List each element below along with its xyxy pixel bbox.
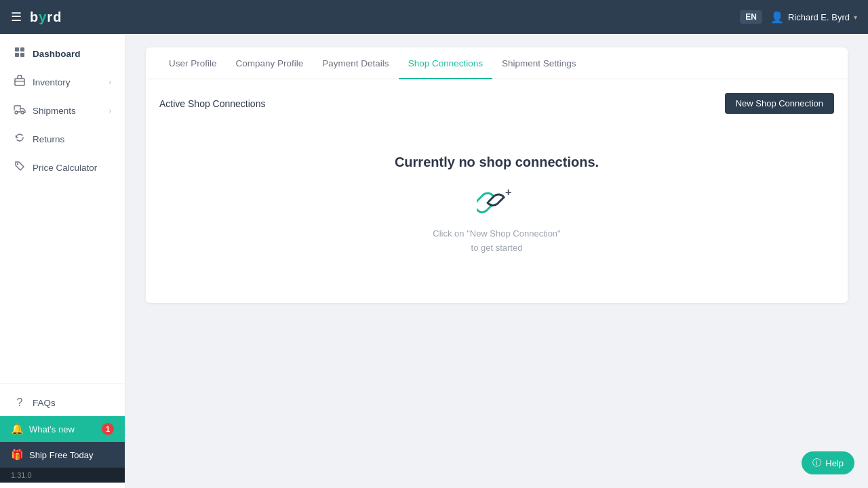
svg-text:+: + (505, 186, 511, 198)
sidebar-item-dashboard[interactable]: Dashboard (0, 39, 125, 68)
sidebar-item-inventory[interactable]: Inventory › (0, 68, 125, 96)
sidebar-footer: ? FAQs (0, 384, 125, 416)
svg-point-7 (21, 111, 24, 114)
svg-point-9 (17, 163, 18, 165)
tab-content-shop-connections: Active Shop Connections New Shop Connect… (146, 79, 848, 303)
sidebar-item-label: Returns (33, 134, 111, 144)
svg-rect-3 (20, 53, 24, 57)
logo: byrd (30, 9, 62, 25)
sidebar: Dashboard Inventory › (0, 34, 125, 488)
shipments-icon (14, 104, 26, 117)
tab-user-profile[interactable]: User Profile (159, 47, 226, 79)
svg-rect-4 (15, 79, 24, 85)
tabs-header: User Profile Company Profile Payment Det… (146, 47, 848, 79)
version-label: 1.31.0 (0, 468, 125, 483)
sidebar-item-label: Dashboard (33, 49, 111, 59)
user-menu[interactable]: 👤 Richard E. Byrd ▾ (770, 11, 857, 24)
language-badge[interactable]: EN (740, 10, 762, 24)
ship-free-label: Ship Free Today (29, 450, 93, 460)
whats-new-label: What's new (29, 424, 96, 434)
ship-free-bar[interactable]: 🎁 Ship Free Today (0, 442, 125, 468)
empty-state-title: Currently no shop connections. (395, 155, 599, 170)
chevron-right-icon: › (109, 79, 111, 86)
tab-shop-connections[interactable]: Shop Connections (399, 47, 492, 79)
content-header: Active Shop Connections New Shop Connect… (159, 93, 834, 114)
returns-icon (14, 132, 26, 146)
hamburger-icon[interactable]: ☰ (11, 9, 22, 24)
tag-icon (14, 161, 26, 174)
svg-rect-1 (20, 47, 24, 52)
sidebar-nav: Dashboard Inventory › (0, 39, 125, 383)
whats-new-bar[interactable]: 🔔 What's new 1 (0, 416, 125, 442)
user-icon: 👤 (770, 11, 784, 24)
sidebar-item-price-calculator[interactable]: Price Calculator (0, 153, 125, 182)
user-name: Richard E. Byrd (788, 12, 850, 22)
tab-payment-details[interactable]: Payment Details (313, 47, 398, 79)
svg-point-6 (15, 111, 18, 114)
sidebar-item-label: Price Calculator (33, 163, 111, 173)
sidebar-item-shipments[interactable]: Shipments › (0, 96, 125, 125)
sidebar-item-faqs[interactable]: ? FAQs (0, 389, 125, 416)
empty-state-icon: + (477, 184, 517, 218)
bell-icon: 🔔 (11, 423, 24, 435)
chevron-down-icon: ▾ (854, 14, 857, 21)
svg-rect-2 (15, 53, 19, 57)
gift-icon: 🎁 (11, 449, 24, 461)
empty-state: Currently no shop connections. + (159, 127, 834, 289)
new-shop-connection-button[interactable]: New Shop Connection (725, 93, 834, 114)
svg-rect-0 (15, 47, 19, 52)
section-title: Active Shop Connections (159, 98, 265, 109)
tab-company-profile[interactable]: Company Profile (226, 47, 313, 79)
navbar-left: ☰ byrd (11, 9, 62, 25)
notification-badge: 1 (102, 423, 114, 435)
box-icon (14, 75, 26, 89)
question-icon: ? (14, 396, 26, 409)
empty-state-subtitle: Click on "New Shop Connection" to get st… (433, 227, 560, 256)
sidebar-item-label: FAQs (33, 398, 111, 408)
tabs-card: User Profile Company Profile Payment Det… (146, 47, 848, 303)
navbar: ☰ byrd EN 👤 Richard E. Byrd ▾ (0, 0, 868, 34)
sidebar-item-returns[interactable]: Returns (0, 125, 125, 153)
help-circle-icon: ⓘ (812, 457, 821, 469)
help-button[interactable]: ⓘ Help (802, 451, 854, 474)
grid-icon (14, 47, 26, 60)
main-content: User Profile Company Profile Payment Det… (125, 34, 868, 488)
sidebar-bottom: ? FAQs 🔔 What's new 1 🎁 Ship Free Today … (0, 383, 125, 488)
chevron-right-icon: › (109, 107, 111, 115)
tab-shipment-settings[interactable]: Shipment Settings (492, 47, 586, 79)
sidebar-item-label: Inventory (33, 77, 102, 87)
navbar-right: EN 👤 Richard E. Byrd ▾ (740, 10, 857, 24)
sidebar-item-label: Shipments (33, 106, 102, 116)
layout: Dashboard Inventory › (0, 34, 868, 488)
